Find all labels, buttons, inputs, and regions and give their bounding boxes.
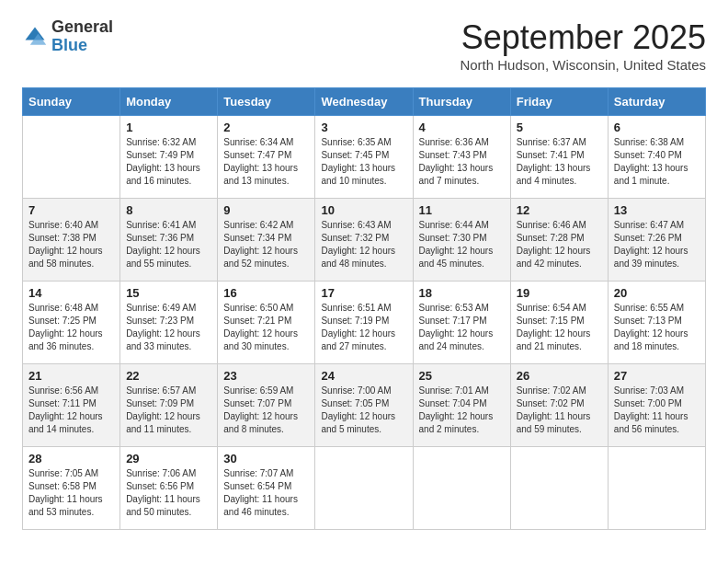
day-info: Sunrise: 7:03 AM Sunset: 7:00 PM Dayligh… xyxy=(614,385,700,436)
calendar-cell: 6Sunrise: 6:38 AM Sunset: 7:40 PM Daylig… xyxy=(608,116,705,199)
calendar-cell: 22Sunrise: 6:57 AM Sunset: 7:09 PM Dayli… xyxy=(120,364,218,447)
day-number: 22 xyxy=(126,369,211,383)
weekday-header-thursday: Thursday xyxy=(413,88,510,116)
day-number: 9 xyxy=(223,203,309,217)
day-number: 26 xyxy=(517,369,602,383)
weekday-header-friday: Friday xyxy=(510,88,608,116)
calendar-cell: 16Sunrise: 6:50 AM Sunset: 7:21 PM Dayli… xyxy=(218,282,315,364)
day-number: 21 xyxy=(28,369,114,383)
day-info: Sunrise: 6:40 AM Sunset: 7:38 PM Dayligh… xyxy=(28,219,114,270)
day-info: Sunrise: 6:36 AM Sunset: 7:43 PM Dayligh… xyxy=(419,136,505,188)
day-number: 11 xyxy=(419,203,505,217)
day-info: Sunrise: 6:59 AM Sunset: 7:07 PM Dayligh… xyxy=(223,385,309,436)
week-row-5: 28Sunrise: 7:05 AM Sunset: 6:58 PM Dayli… xyxy=(23,447,706,530)
day-info: Sunrise: 6:49 AM Sunset: 7:23 PM Dayligh… xyxy=(126,302,211,353)
day-info: Sunrise: 6:48 AM Sunset: 7:25 PM Dayligh… xyxy=(28,302,114,353)
weekday-header-saturday: Saturday xyxy=(608,88,705,116)
day-info: Sunrise: 6:50 AM Sunset: 7:21 PM Dayligh… xyxy=(223,302,309,353)
calendar-cell: 13Sunrise: 6:47 AM Sunset: 7:26 PM Dayli… xyxy=(608,199,705,282)
day-number: 29 xyxy=(126,452,211,465)
calendar-cell: 7Sunrise: 6:40 AM Sunset: 7:38 PM Daylig… xyxy=(23,199,120,282)
day-number: 7 xyxy=(28,203,114,217)
calendar-cell: 21Sunrise: 6:56 AM Sunset: 7:11 PM Dayli… xyxy=(23,364,120,447)
logo-icon xyxy=(22,24,48,50)
week-row-1: 1Sunrise: 6:32 AM Sunset: 7:49 PM Daylig… xyxy=(23,116,706,199)
calendar-cell xyxy=(510,447,608,530)
day-info: Sunrise: 7:01 AM Sunset: 7:04 PM Dayligh… xyxy=(419,385,505,436)
day-number: 28 xyxy=(28,452,114,465)
day-number: 15 xyxy=(126,286,211,300)
day-info: Sunrise: 6:37 AM Sunset: 7:41 PM Dayligh… xyxy=(517,136,602,188)
day-number: 4 xyxy=(419,121,505,134)
day-info: Sunrise: 6:54 AM Sunset: 7:15 PM Dayligh… xyxy=(517,302,602,353)
weekday-row: SundayMondayTuesdayWednesdayThursdayFrid… xyxy=(23,88,706,116)
calendar-cell: 27Sunrise: 7:03 AM Sunset: 7:00 PM Dayli… xyxy=(608,364,705,447)
day-info: Sunrise: 6:55 AM Sunset: 7:13 PM Dayligh… xyxy=(614,302,700,353)
day-number: 19 xyxy=(517,286,602,300)
logo-general: General xyxy=(51,18,113,37)
calendar-cell: 29Sunrise: 7:06 AM Sunset: 6:56 PM Dayli… xyxy=(120,447,218,530)
calendar-cell: 8Sunrise: 6:41 AM Sunset: 7:36 PM Daylig… xyxy=(120,199,218,282)
day-info: Sunrise: 6:32 AM Sunset: 7:49 PM Dayligh… xyxy=(126,136,211,188)
day-number: 25 xyxy=(419,369,505,383)
day-number: 2 xyxy=(223,121,309,134)
day-info: Sunrise: 6:47 AM Sunset: 7:26 PM Dayligh… xyxy=(614,219,700,270)
logo: General Blue xyxy=(22,18,113,55)
day-number: 20 xyxy=(614,286,700,300)
calendar-cell: 2Sunrise: 6:34 AM Sunset: 7:47 PM Daylig… xyxy=(218,116,315,199)
calendar-cell: 18Sunrise: 6:53 AM Sunset: 7:17 PM Dayli… xyxy=(413,282,510,364)
day-number: 14 xyxy=(28,286,114,300)
calendar-cell: 17Sunrise: 6:51 AM Sunset: 7:19 PM Dayli… xyxy=(315,282,413,364)
day-info: Sunrise: 7:06 AM Sunset: 6:56 PM Dayligh… xyxy=(126,467,211,519)
day-number: 17 xyxy=(321,286,406,300)
day-info: Sunrise: 6:43 AM Sunset: 7:32 PM Dayligh… xyxy=(321,219,406,270)
day-info: Sunrise: 6:51 AM Sunset: 7:19 PM Dayligh… xyxy=(321,302,406,353)
day-number: 13 xyxy=(614,203,700,217)
day-number: 8 xyxy=(126,203,211,217)
logo-blue: Blue xyxy=(51,37,113,55)
day-number: 12 xyxy=(517,203,602,217)
calendar-cell: 9Sunrise: 6:42 AM Sunset: 7:34 PM Daylig… xyxy=(218,199,315,282)
day-info: Sunrise: 6:57 AM Sunset: 7:09 PM Dayligh… xyxy=(126,385,211,436)
day-info: Sunrise: 7:02 AM Sunset: 7:02 PM Dayligh… xyxy=(517,385,602,436)
weekday-header-tuesday: Tuesday xyxy=(218,88,315,116)
week-row-3: 14Sunrise: 6:48 AM Sunset: 7:25 PM Dayli… xyxy=(23,282,706,364)
day-info: Sunrise: 6:42 AM Sunset: 7:34 PM Dayligh… xyxy=(223,219,309,270)
calendar-cell: 26Sunrise: 7:02 AM Sunset: 7:02 PM Dayli… xyxy=(510,364,608,447)
weekday-header-monday: Monday xyxy=(120,88,218,116)
day-info: Sunrise: 7:05 AM Sunset: 6:58 PM Dayligh… xyxy=(28,467,114,519)
calendar-cell: 12Sunrise: 6:46 AM Sunset: 7:28 PM Dayli… xyxy=(510,199,608,282)
day-number: 27 xyxy=(614,369,700,383)
day-number: 1 xyxy=(126,121,211,134)
title-block: September 2025 North Hudson, Wisconsin, … xyxy=(460,18,706,73)
calendar-cell: 10Sunrise: 6:43 AM Sunset: 7:32 PM Dayli… xyxy=(315,199,413,282)
day-info: Sunrise: 6:46 AM Sunset: 7:28 PM Dayligh… xyxy=(517,219,602,270)
day-number: 30 xyxy=(223,452,309,465)
month-title: September 2025 xyxy=(460,18,706,57)
day-number: 10 xyxy=(321,203,406,217)
weekday-header-wednesday: Wednesday xyxy=(315,88,413,116)
calendar-cell: 5Sunrise: 6:37 AM Sunset: 7:41 PM Daylig… xyxy=(510,116,608,199)
calendar-cell xyxy=(413,447,510,530)
calendar-cell: 25Sunrise: 7:01 AM Sunset: 7:04 PM Dayli… xyxy=(413,364,510,447)
calendar-cell xyxy=(23,116,120,199)
day-info: Sunrise: 6:44 AM Sunset: 7:30 PM Dayligh… xyxy=(419,219,505,270)
logo-text: General Blue xyxy=(51,18,113,55)
day-number: 16 xyxy=(223,286,309,300)
day-number: 18 xyxy=(419,286,505,300)
day-info: Sunrise: 6:34 AM Sunset: 7:47 PM Dayligh… xyxy=(223,136,309,188)
day-info: Sunrise: 7:00 AM Sunset: 7:05 PM Dayligh… xyxy=(321,385,406,436)
calendar-cell xyxy=(315,447,413,530)
day-number: 24 xyxy=(321,369,406,383)
calendar-cell: 24Sunrise: 7:00 AM Sunset: 7:05 PM Dayli… xyxy=(315,364,413,447)
location: North Hudson, Wisconsin, United States xyxy=(460,57,706,73)
calendar-cell: 4Sunrise: 6:36 AM Sunset: 7:43 PM Daylig… xyxy=(413,116,510,199)
calendar-cell: 15Sunrise: 6:49 AM Sunset: 7:23 PM Dayli… xyxy=(120,282,218,364)
calendar-cell: 1Sunrise: 6:32 AM Sunset: 7:49 PM Daylig… xyxy=(120,116,218,199)
calendar-cell: 14Sunrise: 6:48 AM Sunset: 7:25 PM Dayli… xyxy=(23,282,120,364)
calendar-cell: 20Sunrise: 6:55 AM Sunset: 7:13 PM Dayli… xyxy=(608,282,705,364)
calendar-cell: 19Sunrise: 6:54 AM Sunset: 7:15 PM Dayli… xyxy=(510,282,608,364)
calendar-header: SundayMondayTuesdayWednesdayThursdayFrid… xyxy=(23,88,706,116)
weekday-header-sunday: Sunday xyxy=(23,88,120,116)
day-number: 23 xyxy=(223,369,309,383)
